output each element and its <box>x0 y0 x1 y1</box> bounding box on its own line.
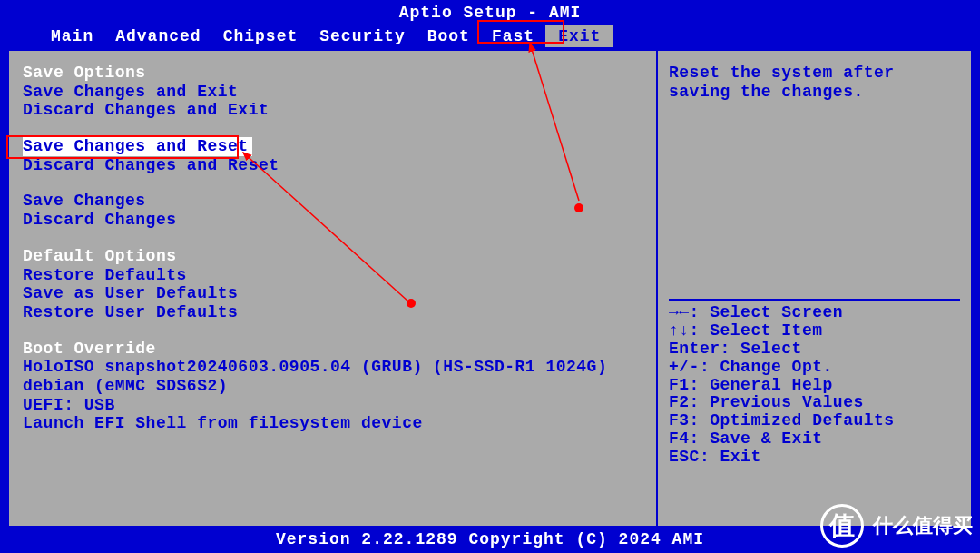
nav-enter: Enter: Select <box>669 341 960 359</box>
boot-override-header: Boot Override <box>23 340 642 359</box>
boot-holoiso[interactable]: HoloISO snapshot20240603.0905.04 (GRUB) … <box>23 358 642 377</box>
watermark-text: 什么值得买 <box>873 512 973 539</box>
save-changes-reset[interactable]: Save Changes and Reset <box>23 137 252 156</box>
nav-change-opt: +/-: Change Opt. <box>669 359 960 377</box>
tab-main[interactable]: Main <box>40 27 104 45</box>
watermark: 值 什么值得买 <box>820 504 973 548</box>
save-changes[interactable]: Save Changes <box>23 192 642 211</box>
tabs-row: Main Advanced Chipset Security Boot Fast… <box>0 24 980 49</box>
tab-boot[interactable]: Boot <box>416 27 481 45</box>
tab-advanced[interactable]: Advanced <box>104 27 211 45</box>
discard-changes-exit[interactable]: Discard Changes and Exit <box>23 101 642 120</box>
nav-f4: F4: Save & Exit <box>669 430 960 449</box>
restore-defaults[interactable]: Restore Defaults <box>23 266 642 285</box>
tab-exit[interactable]: Exit <box>545 25 613 47</box>
discard-changes[interactable]: Discard Changes <box>23 211 642 230</box>
discard-changes-reset[interactable]: Discard Changes and Reset <box>23 156 642 175</box>
tab-security[interactable]: Security <box>309 27 416 45</box>
nav-hints: →←: Select Screen ↑↓: Select Item Enter:… <box>669 304 960 466</box>
content-area: Save Options Save Changes and Exit Disca… <box>0 49 980 526</box>
restore-user-defaults[interactable]: Restore User Defaults <box>23 303 642 322</box>
watermark-icon: 值 <box>820 504 864 548</box>
nav-esc: ESC: Exit <box>669 449 960 467</box>
nav-select-screen: →←: Select Screen <box>669 304 960 322</box>
nav-select-item: ↑↓: Select Item <box>669 322 960 341</box>
copyright-text: Version 2.22.1289 Copyright (C) 2024 AMI <box>276 530 704 548</box>
tab-fast[interactable]: Fast <box>481 27 545 45</box>
tab-chipset[interactable]: Chipset <box>212 27 309 45</box>
header-bar: Aptio Setup - AMI Main Advanced Chipset … <box>0 0 980 49</box>
boot-debian[interactable]: debian (eMMC SDS6S2) <box>23 377 642 396</box>
left-panel: Save Options Save Changes and Exit Disca… <box>9 49 658 526</box>
save-changes-exit[interactable]: Save Changes and Exit <box>23 83 642 102</box>
boot-uefi-usb[interactable]: UEFI: USB <box>23 396 642 415</box>
right-panel: Reset the system after saving the change… <box>658 49 971 526</box>
help-text: Reset the system after saving the change… <box>669 64 960 101</box>
save-user-defaults[interactable]: Save as User Defaults <box>23 284 642 303</box>
default-options-header: Default Options <box>23 247 642 266</box>
nav-f1: F1: General Help <box>669 377 960 395</box>
nav-f2: F2: Previous Values <box>669 394 960 412</box>
bios-title: Aptio Setup - AMI <box>0 0 980 24</box>
boot-efi-shell[interactable]: Launch EFI Shell from filesystem device <box>23 414 642 433</box>
nav-f3: F3: Optimized Defaults <box>669 412 960 430</box>
save-options-header: Save Options <box>23 64 642 83</box>
